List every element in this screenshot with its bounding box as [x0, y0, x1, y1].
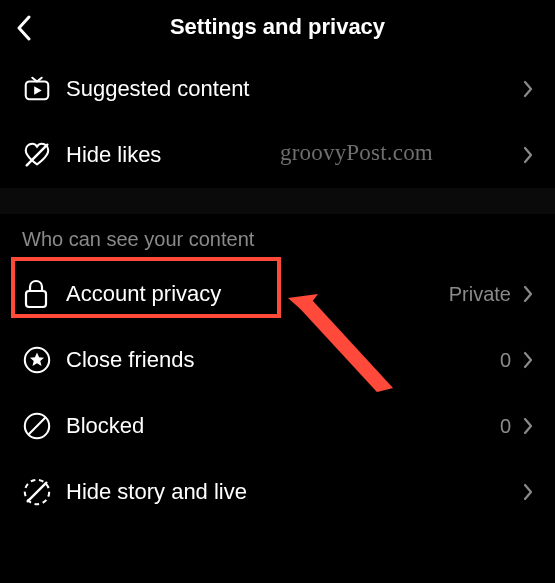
row-value: 0: [500, 349, 511, 372]
row-suggested-content[interactable]: Suggested content: [0, 56, 555, 122]
row-close-friends[interactable]: Close friends 0: [0, 327, 555, 393]
row-label: Hide likes: [66, 142, 521, 168]
row-hide-likes[interactable]: Hide likes: [0, 122, 555, 188]
chevron-right-icon: [521, 146, 535, 164]
chevron-right-icon: [521, 80, 535, 98]
chevron-right-icon: [521, 417, 535, 435]
row-label: Account privacy: [66, 281, 449, 307]
suggested-content-icon: [22, 73, 60, 105]
svg-rect-2: [26, 291, 46, 307]
row-label: Blocked: [66, 413, 500, 439]
svg-line-7: [28, 483, 47, 502]
header-bar: Settings and privacy: [0, 0, 555, 56]
row-blocked[interactable]: Blocked 0: [0, 393, 555, 459]
hide-story-icon: [22, 476, 60, 508]
svg-line-5: [29, 418, 46, 435]
row-label: Suggested content: [66, 76, 521, 102]
section-content-preferences: Suggested content Hide likes: [0, 56, 555, 188]
chevron-right-icon: [521, 351, 535, 369]
page-title: Settings and privacy: [16, 14, 539, 40]
chevron-right-icon: [521, 483, 535, 501]
row-value: 0: [500, 415, 511, 438]
section-divider: [0, 188, 555, 214]
section-who-can-see: Account privacy Private Close friends 0: [0, 261, 555, 525]
chevron-left-icon: [16, 15, 32, 41]
blocked-icon: [22, 410, 60, 442]
row-account-privacy[interactable]: Account privacy Private: [0, 261, 555, 327]
lock-icon: [22, 278, 60, 310]
hide-likes-icon: [22, 139, 60, 171]
row-label: Hide story and live: [66, 479, 521, 505]
star-circle-icon: [22, 344, 60, 376]
back-button[interactable]: [10, 14, 38, 42]
row-hide-story-and-live[interactable]: Hide story and live: [0, 459, 555, 525]
row-label: Close friends: [66, 347, 500, 373]
row-value: Private: [449, 283, 511, 306]
section-heading-who-can-see: Who can see your content: [0, 214, 555, 261]
chevron-right-icon: [521, 285, 535, 303]
